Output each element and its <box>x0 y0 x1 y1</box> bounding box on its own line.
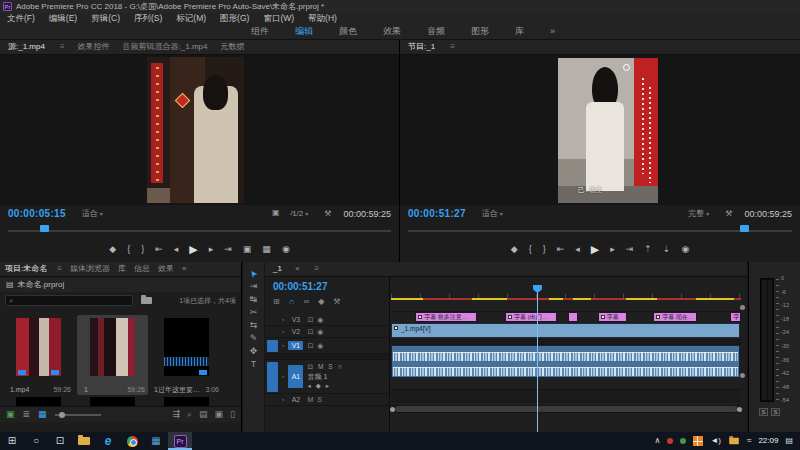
go-to-out-icon[interactable]: ⇥ <box>626 245 634 254</box>
file-explorer-button[interactable] <box>72 432 96 450</box>
export-frame-icon[interactable]: ◉ <box>282 245 290 254</box>
tab-media-browser[interactable]: 媒体浏览器 <box>70 265 110 273</box>
workspace-overflow-icon[interactable]: » <box>537 27 568 36</box>
menu-help[interactable]: 帮助(H) <box>301 14 344 23</box>
timeline-playhead[interactable] <box>537 285 538 432</box>
workspace-editing[interactable]: 编辑 <box>282 27 326 36</box>
track-select-tool-icon[interactable]: ⇥ <box>250 282 258 291</box>
track-v3[interactable] <box>391 300 741 312</box>
tab-source[interactable]: 源:_1.mp4 <box>8 43 45 51</box>
lock-icon[interactable]: ▫ <box>282 373 284 380</box>
source-scrubber[interactable] <box>0 224 399 234</box>
subtitle-clip[interactable]: 字幕 (出门… <box>505 312 557 322</box>
source-video-area[interactable] <box>0 55 399 205</box>
tab-sequence[interactable]: _1 <box>273 265 282 273</box>
program-resolution-dropdown[interactable]: 完整▾ <box>688 210 709 218</box>
type-tool-icon[interactable]: T <box>251 360 257 369</box>
video-clip[interactable]: _1.mp4[V] <box>391 323 740 338</box>
search-input[interactable]: ⌕ <box>5 295 133 306</box>
source-resolution-dropdown[interactable]: 1/2▾ <box>292 210 308 218</box>
pen-tool-icon[interactable]: ✎ <box>250 334 258 343</box>
track-header-a1[interactable]: ▫ A1 ⊡ M S ⌾ 音频 1 ◂ ◆ ▸ <box>265 360 389 394</box>
track-header-v1[interactable]: ▫ V1 ⊡ ◉ <box>265 338 389 354</box>
extract-icon[interactable]: ⇣ <box>663 245 671 254</box>
tab-metadata[interactable]: 元数据 <box>220 43 244 51</box>
delete-icon[interactable]: ▯ <box>230 410 235 419</box>
sync-lock-icon[interactable]: ⊡ <box>307 364 312 371</box>
source-timecode[interactable]: 00:00:05:15 <box>8 209 66 219</box>
workspace-graphics[interactable]: 图形 <box>458 27 502 36</box>
add-marker-icon[interactable]: ◆ <box>109 245 116 254</box>
cortana-button[interactable]: ○ <box>24 432 48 450</box>
project-file-row[interactable]: ▤ 未命名.prproj <box>0 278 241 292</box>
mark-in-icon[interactable]: { <box>529 245 532 254</box>
source-settings-wrench-icon[interactable]: ⚒ <box>324 210 331 218</box>
snap-icon[interactable]: ∩ <box>289 298 295 306</box>
menu-edit[interactable]: 编辑(E) <box>42 14 84 23</box>
scroll-handle[interactable] <box>737 407 742 412</box>
premiere-taskbar-button[interactable]: Pr <box>168 432 192 450</box>
sync-lock-icon[interactable]: ⊡ <box>307 316 313 323</box>
voiceover-mic-icon[interactable]: ⌾ <box>338 364 342 371</box>
subtitle-clip[interactable]: 字幕 很多注意… <box>415 312 477 322</box>
track-badge[interactable]: V3 <box>288 316 303 323</box>
mark-out-icon[interactable]: } <box>543 245 546 254</box>
find-icon[interactable]: ⌕ <box>187 410 192 419</box>
step-forward-icon[interactable]: ▸ <box>610 245 615 254</box>
mute-icon[interactable]: M <box>307 396 313 403</box>
lock-icon[interactable]: ▫ <box>282 328 284 335</box>
program-scrubber[interactable] <box>400 224 800 234</box>
close-icon[interactable]: × <box>295 265 300 273</box>
panel-menu-icon[interactable]: ≡ <box>57 265 62 273</box>
writable-toggle-icon[interactable]: ▣ <box>6 410 15 419</box>
export-frame-icon[interactable]: ◉ <box>681 245 689 254</box>
clock[interactable]: 22:09 <box>758 437 778 445</box>
menu-graphics[interactable]: 图形(G) <box>213 14 256 23</box>
lock-icon[interactable]: ▫ <box>282 316 284 323</box>
task-view-button[interactable]: ⊡ <box>48 432 72 450</box>
add-marker-icon[interactable]: ◆ <box>511 245 518 254</box>
lock-icon[interactable]: ▫ <box>282 396 284 403</box>
project-item-video[interactable]: _1.mp459:26 <box>3 315 74 395</box>
program-settings-wrench-icon[interactable]: ⚒ <box>725 210 732 218</box>
new-item-icon[interactable]: ▣ <box>215 410 224 419</box>
linked-selection-icon[interactable]: ∞ <box>303 298 309 306</box>
mute-icon[interactable]: M <box>318 364 323 371</box>
start-button[interactable]: ⊞ <box>0 432 24 450</box>
tray-app-icon-green[interactable] <box>680 438 686 444</box>
sync-lock-icon[interactable]: ⊡ <box>307 342 313 349</box>
slip-tool-icon[interactable]: ⇆ <box>250 321 258 330</box>
subtitle-clip[interactable]: 字幕 现在… <box>653 312 697 322</box>
project-item-audio[interactable]: 1过年这里要怎…3:06 <box>151 315 222 395</box>
go-to-out-icon[interactable]: ⇥ <box>224 245 232 254</box>
tab-audio-clip-mixer[interactable]: 音频剪辑混合器:_1.mp4 <box>123 43 208 51</box>
track-header-v3[interactable]: ▫ V3 ⊡ ◉ <box>265 314 389 326</box>
zoom-slider[interactable] <box>55 414 101 416</box>
ripple-edit-tool-icon[interactable]: ↹ <box>250 295 258 304</box>
vertical-scroll-handle[interactable] <box>740 305 745 310</box>
panel-menu-icon[interactable]: ≡ <box>450 43 455 51</box>
list-view-icon[interactable]: ≣ <box>23 410 31 419</box>
bin-folder-icon[interactable] <box>141 297 152 304</box>
app-window-button[interactable]: ▦ <box>144 432 168 450</box>
vertical-scroll-handle[interactable] <box>740 373 745 378</box>
tray-app-icon-red[interactable] <box>667 438 673 444</box>
selection-tool-icon[interactable]: ➤ <box>248 268 260 279</box>
source-fit-dropdown[interactable]: 适合▾ <box>82 210 103 218</box>
track-a2[interactable] <box>391 378 741 390</box>
tab-libraries[interactable]: 库 <box>118 265 126 273</box>
solo-left-button[interactable]: S <box>759 408 768 416</box>
tab-effect-controls[interactable]: 效果控件 <box>78 43 110 51</box>
edge-button[interactable]: e <box>96 432 120 450</box>
sync-lock-icon[interactable]: ⊡ <box>307 328 313 335</box>
program-playhead[interactable] <box>740 225 749 232</box>
tray-expand-icon[interactable]: ∧ <box>655 437 661 445</box>
razor-tool-icon[interactable]: ✂ <box>250 308 258 317</box>
subtitle-clip[interactable]: 字幕 <box>598 312 627 322</box>
program-scrub-track[interactable] <box>408 230 792 232</box>
step-forward-icon[interactable]: ▸ <box>209 245 214 254</box>
tray-folder-icon[interactable] <box>729 438 739 444</box>
track-badge[interactable]: A2 <box>288 396 303 403</box>
timeline-tracks-area[interactable]: 字幕 很多注意… 字幕 (出门… 字幕 字幕 现在… 字… _1.mp4[V] <box>391 277 741 432</box>
tray-app-icon-orange[interactable] <box>693 436 703 446</box>
